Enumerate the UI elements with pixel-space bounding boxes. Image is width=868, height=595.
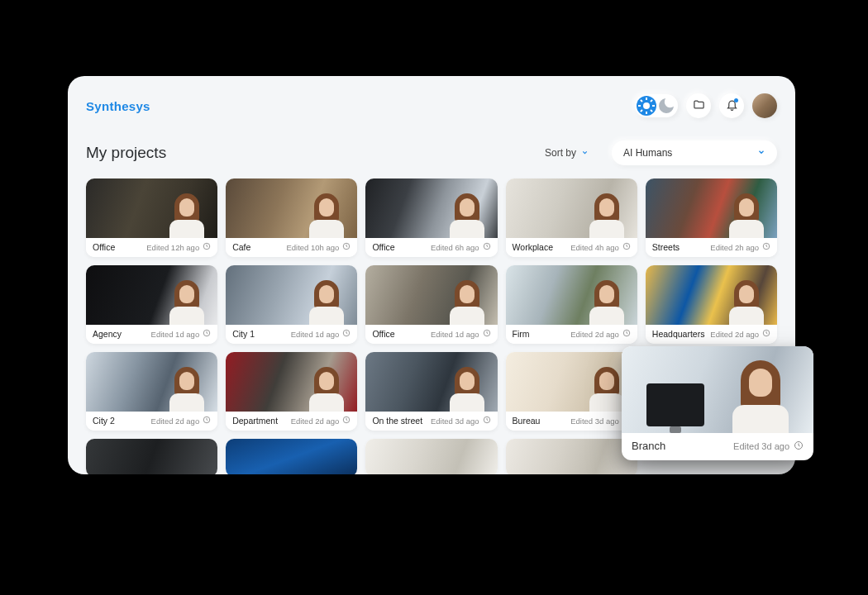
project-meta: FirmEdited 2d ago: [506, 325, 637, 344]
project-thumbnail: [365, 439, 497, 474]
project-edited: Edited 1d ago: [431, 329, 491, 339]
project-meta: CafeEdited 10h ago: [226, 238, 357, 257]
project-edited: Edited 2d ago: [151, 416, 212, 426]
project-meta: HeadquartersEdited 2d ago: [646, 325, 777, 344]
clock-icon: [794, 440, 804, 452]
avatar-presenter: [168, 192, 206, 238]
clock-icon: [203, 242, 211, 252]
filter-select[interactable]: AI Humans: [612, 140, 777, 165]
project-card[interactable]: City 2Edited 2d ago: [86, 352, 217, 431]
project-card[interactable]: [226, 439, 357, 474]
project-edited: Edited 1d ago: [291, 329, 351, 339]
thumbnail-bg: [226, 439, 357, 474]
preview-name: Branch: [632, 440, 665, 452]
project-meta: WorkplaceEdited 4h ago: [506, 238, 637, 257]
project-card[interactable]: StreetsEdited 2h ago: [646, 178, 777, 257]
project-meta: OfficeEdited 12h ago: [86, 238, 217, 257]
project-card[interactable]: BureauEdited 3d ago: [506, 352, 637, 431]
project-preview-card[interactable]: Branch Edited 3d ago: [622, 346, 813, 460]
avatar-presenter: [308, 278, 346, 325]
project-edited: Edited 2d ago: [291, 416, 351, 426]
clock-icon: [483, 416, 491, 426]
project-name: Department: [232, 416, 278, 426]
project-thumbnail: [226, 439, 357, 474]
thumbnail-bg: [365, 439, 497, 474]
toolbar-right: Sort by AI Humans: [545, 140, 777, 165]
project-card[interactable]: AgencyEdited 1d ago: [86, 265, 217, 344]
sun-icon[interactable]: [637, 96, 656, 116]
theme-toggle[interactable]: [635, 94, 678, 117]
moon-icon[interactable]: [656, 96, 676, 116]
clock-icon: [762, 329, 770, 339]
project-thumbnail: [365, 178, 497, 238]
project-card[interactable]: FirmEdited 2d ago: [506, 265, 637, 344]
project-name: Bureau: [513, 416, 541, 426]
avatar-presenter: [448, 278, 486, 325]
project-card[interactable]: WorkplaceEdited 4h ago: [506, 178, 637, 257]
project-card[interactable]: [506, 439, 637, 474]
avatar-presenter: [727, 278, 765, 325]
project-edited: Edited 2d ago: [710, 329, 770, 339]
project-card[interactable]: OfficeEdited 12h ago: [86, 178, 217, 257]
project-thumbnail: [226, 352, 357, 412]
project-name: Office: [372, 329, 394, 339]
svg-point-0: [643, 102, 650, 109]
avatar-presenter: [727, 192, 765, 238]
project-name: City 1: [232, 329, 255, 339]
header-controls: [635, 93, 777, 118]
monitor-icon: [646, 383, 704, 426]
project-card[interactable]: City 1Edited 1d ago: [226, 265, 357, 344]
project-name: Office: [93, 242, 115, 252]
clock-icon: [483, 329, 491, 339]
folder-button[interactable]: [686, 93, 711, 118]
clock-icon: [483, 242, 491, 252]
page-title: My projects: [86, 144, 166, 162]
project-meta: City 2Edited 2d ago: [86, 412, 217, 431]
project-meta: On the streetEdited 3d ago: [365, 412, 497, 431]
clock-icon: [622, 242, 631, 252]
avatar-presenter: [168, 278, 206, 325]
project-edited: Edited 1d ago: [151, 329, 212, 339]
project-thumbnail: [226, 265, 357, 325]
preview-edited: Edited 3d ago: [733, 440, 804, 452]
project-card[interactable]: [86, 439, 217, 474]
toolbar: My projects Sort by AI Humans: [86, 139, 777, 167]
avatar-presenter: [588, 192, 626, 238]
project-thumbnail: [365, 265, 497, 325]
project-edited: Edited 2d ago: [570, 329, 631, 339]
chevron-down-icon: [757, 147, 765, 159]
project-thumbnail: [506, 439, 637, 474]
svg-line-7: [641, 110, 642, 112]
clock-icon: [203, 329, 211, 339]
avatar-presenter: [308, 365, 346, 412]
clock-icon: [342, 242, 351, 252]
folder-icon: [693, 98, 705, 114]
project-meta: AgencyEdited 1d ago: [86, 325, 217, 344]
avatar-presenter: [168, 365, 206, 412]
project-thumbnail: [226, 178, 357, 238]
thumbnail-bg: [506, 439, 637, 474]
project-card[interactable]: On the streetEdited 3d ago: [365, 352, 497, 431]
project-card[interactable]: HeadquartersEdited 2d ago: [646, 265, 777, 344]
project-card[interactable]: OfficeEdited 6h ago: [365, 178, 497, 257]
project-name: Workplace: [513, 242, 553, 252]
sort-by-button[interactable]: Sort by: [545, 147, 589, 159]
project-card[interactable]: OfficeEdited 1d ago: [365, 265, 497, 344]
avatar[interactable]: [752, 93, 777, 118]
project-thumbnail: [86, 178, 217, 238]
project-edited: Edited 12h ago: [146, 242, 211, 252]
brand-logo[interactable]: Synthesys: [86, 99, 150, 113]
avatar-presenter: [731, 357, 790, 433]
project-card[interactable]: [365, 439, 497, 474]
notification-dot-icon: [734, 98, 738, 102]
project-name: Streets: [652, 242, 680, 252]
project-card[interactable]: DepartmentEdited 2d ago: [226, 352, 357, 431]
project-card[interactable]: CafeEdited 10h ago: [226, 178, 357, 257]
project-thumbnail: [86, 352, 217, 412]
clock-icon: [342, 416, 351, 426]
project-thumbnail: [506, 352, 637, 412]
notifications-button[interactable]: [719, 93, 744, 118]
project-name: Headquarters: [652, 329, 705, 339]
project-name: Cafe: [232, 242, 250, 252]
project-thumbnail: [506, 265, 637, 325]
